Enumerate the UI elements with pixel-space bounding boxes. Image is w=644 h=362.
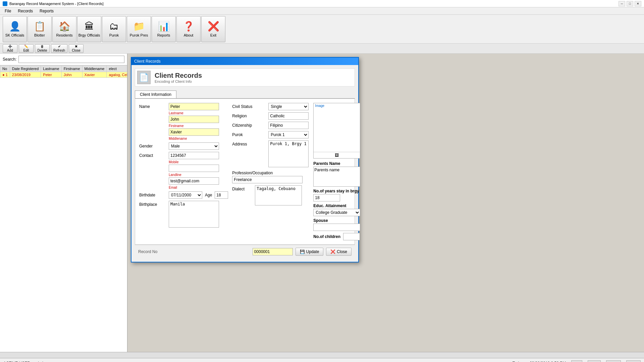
delete-icon: 🗑 [41,45,44,48]
reports-icon: 📊 [158,21,170,32]
age-label: Age [205,193,212,197]
children-input[interactable] [343,233,360,240]
cell-elect: agalog, Ceb... [107,72,127,78]
educ-select[interactable]: College Graduate High School Elementary … [313,209,360,216]
mobile-input[interactable] [169,152,219,159]
close-window-button[interactable]: ✕ [635,1,641,6]
minimize-button[interactable]: ─ [619,1,625,6]
add-icon: ➕ [8,45,12,48]
col-lastname: Lastname [41,66,61,72]
menu-records[interactable]: Records [14,8,36,14]
purok-form-label: Purok [232,131,266,137]
menu-file[interactable]: File [1,8,14,14]
residents-button[interactable]: 🏠 Residents [52,16,76,42]
landline-input[interactable] [169,165,219,172]
active-user-value: admin [35,361,46,362]
dialog-subtitle: Encoding of Client Info [155,79,202,83]
spouse-input[interactable] [313,224,360,231]
address-input[interactable]: Purok 1, Brgy 1 [268,140,309,167]
exit-icon: ❌ [208,21,219,32]
gender-select[interactable]: Male Female [169,142,219,150]
dialect-row: Dialect Tagalog, Cebuano [232,185,309,205]
dialog-footer: Record No 💾 Update ❌ Close [135,245,355,258]
col-no: No [0,66,10,72]
col-firstname: Firstname [61,66,82,72]
parents-name-input[interactable]: Parents name [313,167,360,187]
contact-fields: Mobile Landline Email [169,152,219,189]
religion-input[interactable] [268,112,309,120]
dialect-label: Dialect [232,185,252,191]
lastname-input[interactable] [169,103,219,110]
table-header: No Date Registered Lastname Firstname Mi… [0,66,127,72]
cell-lastname: Peter [41,72,61,78]
citizenship-input[interactable] [268,122,309,129]
edit-button[interactable]: ✏️ Edit [19,44,34,53]
years-stay-section: No.of years stay in brgy [313,189,360,201]
email-input[interactable] [169,177,219,185]
title-bar-controls[interactable]: ─ □ ✕ [619,1,641,6]
scrl-badge: SCRL [626,360,641,362]
image-browse-btn[interactable]: 🖼 [314,152,360,158]
purok-pres-button[interactable]: 📁 Purok Pres [127,16,151,42]
toolbar: 👤 SK Officials 📋 Blotter 🏠 Residents 🏛 B… [0,15,644,44]
blotter-label: Blotter [34,33,45,37]
tab-bar: Client Information [135,90,355,99]
firstname-sublabel: Firstname [169,124,219,128]
add-label: Add [7,49,13,52]
birthdate-select[interactable]: 07/11/2000 [169,191,202,199]
age-input[interactable] [215,191,228,199]
dialect-input[interactable]: Tagalog, Cebuano [255,185,302,205]
image-browse-icon: 🖼 [335,153,339,158]
horizontal-scrollbar[interactable] [0,352,644,358]
menu-reports[interactable]: Reports [36,8,57,14]
years-stay-input[interactable] [313,194,340,201]
educ-label: Educ. Attainment [313,203,360,208]
delete-button[interactable]: 🗑 Delete [35,44,50,53]
sk-officials-icon: 👤 [9,21,21,32]
dialog-titlebar: Client Records [131,58,358,65]
table-row[interactable]: ● 1 23/08/2019 Peter John Xavier agalog,… [0,72,127,78]
refresh-label: Refresh [53,49,65,52]
brgy-officials-button[interactable]: 🏛 Brgy Officials [77,16,101,42]
search-input[interactable] [18,56,124,63]
children-section: No.of children [313,233,360,240]
main-area: Search: No Date Registered Lastname Firs… [0,54,644,352]
sk-officials-button[interactable]: 👤 SK Officials [3,16,27,42]
educ-section: Educ. Attainment College Graduate High S… [313,203,360,216]
dialog-title: Client Records [155,72,202,79]
contact-row: Contact Mobile Landline Email [139,152,228,189]
profession-input[interactable] [232,176,303,183]
purok-select[interactable]: Purok 1 Purok 2 Purok 3 [268,131,309,138]
refresh-button[interactable]: ✔ Refresh [51,44,67,53]
address-row: Address Purok 1, Brgy 1 [232,140,309,167]
edit-label: Edit [23,49,29,52]
exit-button[interactable]: ❌ Exit [201,16,225,42]
title-bar-text: Barangay Record Management System - [Cli… [9,2,619,6]
middlename-input[interactable] [169,128,219,136]
tab-client-information[interactable]: Client Information [135,90,176,98]
blotter-button[interactable]: 📋 Blotter [28,16,52,42]
refresh-icon: ✔ [58,45,61,48]
about-button[interactable]: ❓ About [176,16,201,42]
form-middle: Civil Status Single Married Widowed Sepa… [232,103,309,240]
birthplace-input[interactable]: Manila [169,201,219,228]
civil-status-select[interactable]: Single Married Widowed Separated [268,103,309,110]
name-row: Name Lastname Firstname Middlename [139,103,228,140]
purok-button[interactable]: 🗂 Purok [102,16,126,42]
maximize-button[interactable]: □ [627,1,633,6]
close-button[interactable]: ✖ Close [69,44,84,53]
edit-icon: ✏️ [24,45,28,48]
add-button[interactable]: ➕ Add [3,44,17,53]
active-user-segment: ACTIVE USER : admin [3,361,45,362]
about-icon: ❓ [183,21,195,32]
religion-label: Religion [232,112,266,118]
about-label: About [184,33,194,37]
reports-button[interactable]: 📊 Reports [152,16,176,42]
record-no-label: Record No [138,249,157,254]
religion-row: Religion [232,112,309,120]
record-no-input[interactable] [253,248,293,255]
update-button[interactable]: 💾 Update [296,248,324,256]
dialog-close-button[interactable]: ❌ Close [326,248,352,256]
sk-officials-label: SK Officials [5,33,24,37]
firstname-input[interactable] [169,116,219,123]
